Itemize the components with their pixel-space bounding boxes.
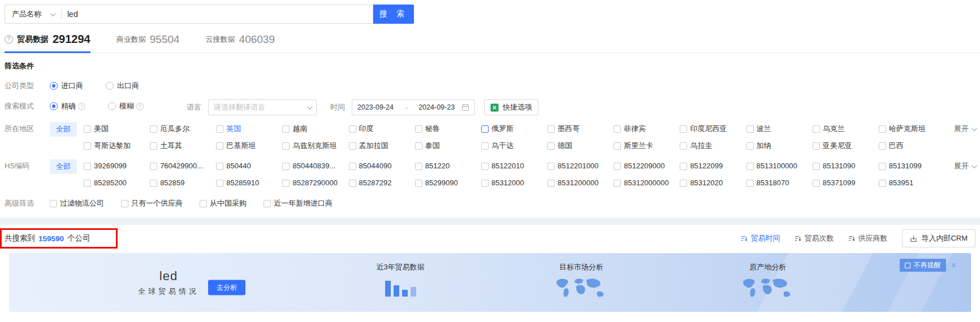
hs-code-item[interactable]: 851220 xyxy=(415,159,481,173)
checkbox[interactable] xyxy=(84,180,91,187)
dont-remind-toggle[interactable]: 不再提醒 xyxy=(900,259,946,272)
checkbox[interactable] xyxy=(150,142,157,150)
hs-code-item[interactable]: 85287292 xyxy=(349,176,415,190)
search-input[interactable] xyxy=(62,10,373,19)
hs-code-item[interactable]: 760429900... xyxy=(150,159,216,173)
hs-code-item[interactable]: 85122010 xyxy=(481,159,547,173)
hs-code-item[interactable]: 85131099 xyxy=(879,159,945,173)
info-circle-icon[interactable]: ? xyxy=(78,103,85,110)
region-all-badge[interactable]: 全部 xyxy=(50,122,77,137)
search-button[interactable]: 搜 索 xyxy=(373,5,414,24)
checkbox[interactable] xyxy=(680,163,687,170)
checkbox[interactable] xyxy=(905,263,910,268)
advanced-item-filter-logistics[interactable]: 过滤物流公司 xyxy=(50,197,104,210)
radio-importer[interactable]: 进口商 xyxy=(50,79,83,93)
checkbox[interactable] xyxy=(349,180,356,187)
hs-code-item[interactable]: 8513100000 xyxy=(746,159,813,173)
date-start[interactable]: 2023-09-24 xyxy=(357,103,394,111)
hs-code-item[interactable]: 39269099 xyxy=(84,159,150,173)
tab-business-data[interactable]: 商业数据 95504 xyxy=(116,33,180,53)
hs-code-item[interactable]: 850440839... xyxy=(282,159,348,173)
region-item-ukraine[interactable]: 乌克兰 xyxy=(813,122,879,136)
region-item-russia[interactable]: 俄罗斯 xyxy=(481,122,547,136)
results-count[interactable]: 159590 xyxy=(38,234,64,243)
region-item-kazakhstan[interactable]: 哈萨克斯坦 xyxy=(879,122,945,136)
hs-code-item[interactable]: 85312000000 xyxy=(614,176,680,190)
question-circle-icon[interactable]: ? xyxy=(5,35,13,43)
region-item-indonesia[interactable]: 印度尼西亚 xyxy=(680,122,746,136)
analyze-button[interactable]: 去分析 xyxy=(208,280,245,295)
checkbox[interactable] xyxy=(680,142,687,150)
checkbox[interactable] xyxy=(216,142,223,150)
sort-trade-count[interactable]: 贸易次数 xyxy=(795,233,834,243)
region-item-brazil[interactable]: 巴西 xyxy=(879,139,945,153)
hs-code-item[interactable]: 85287290000 xyxy=(282,176,348,190)
region-item-philippines[interactable]: 菲律宾 xyxy=(614,122,680,136)
advanced-item-single-supplier[interactable]: 只有一个供应商 xyxy=(121,197,183,210)
hs-all-badge[interactable]: 全部 xyxy=(50,159,77,174)
hs-code-item[interactable]: 85299090 xyxy=(415,176,481,190)
date-end[interactable]: 2024-09-23 xyxy=(418,103,455,111)
checkbox[interactable] xyxy=(746,163,754,170)
checkbox[interactable] xyxy=(415,142,422,150)
checkbox[interactable] xyxy=(84,163,91,170)
region-item-us[interactable]: 美国 xyxy=(84,122,150,136)
checkbox[interactable] xyxy=(614,163,621,170)
checkbox[interactable] xyxy=(349,125,356,133)
banner-card-target-market[interactable]: 目标市场分析 xyxy=(536,262,627,303)
checkbox[interactable] xyxy=(680,180,687,187)
tab-cloud-search-data[interactable]: 云搜数据 406039 xyxy=(206,33,275,53)
checkbox[interactable] xyxy=(415,125,422,133)
checkbox[interactable] xyxy=(813,180,820,187)
checkbox[interactable] xyxy=(481,163,489,170)
advanced-item-new-importers[interactable]: 近一年新增进口商 xyxy=(264,197,333,210)
hs-code-item[interactable]: 850440 xyxy=(216,159,282,173)
region-item-poland[interactable]: 波兰 xyxy=(746,122,813,136)
search-category-select[interactable]: 产品名称 xyxy=(5,9,61,19)
hs-expand-link[interactable]: 展开 xyxy=(945,159,975,173)
radio-icon[interactable] xyxy=(108,102,116,110)
region-item-germany[interactable]: 德国 xyxy=(547,139,614,153)
checkbox[interactable] xyxy=(84,142,91,150)
checkbox[interactable] xyxy=(150,125,157,133)
sort-trade-time[interactable]: 贸易时间 xyxy=(741,233,780,243)
banner-card-trade-3yr[interactable]: 近3年贸易数据 xyxy=(355,262,446,297)
quick-options-button[interactable]: 快捷选项 xyxy=(484,99,538,115)
checkbox[interactable] xyxy=(121,200,128,207)
checkbox[interactable] xyxy=(481,125,489,133)
checkbox[interactable] xyxy=(50,200,57,207)
radio-icon[interactable] xyxy=(50,102,58,110)
close-icon[interactable]: × xyxy=(951,261,956,270)
region-item-uzbekistan[interactable]: 乌兹别克斯坦 xyxy=(282,139,348,153)
checkbox[interactable] xyxy=(879,163,886,170)
checkbox[interactable] xyxy=(200,200,207,207)
checkbox[interactable] xyxy=(150,180,157,187)
checkbox[interactable] xyxy=(216,180,223,187)
date-range-picker[interactable]: 2023-09-24 → 2024-09-23 xyxy=(352,99,475,115)
hs-code-item[interactable]: 85318070 xyxy=(746,176,813,190)
region-item-uganda[interactable]: 乌干达 xyxy=(481,139,547,153)
region-item-sri-lanka[interactable]: 斯里兰卡 xyxy=(614,139,680,153)
hs-code-item[interactable]: 8512201000 xyxy=(547,159,614,173)
hs-code-item[interactable]: 85122099 xyxy=(680,159,746,173)
region-item-peru[interactable]: 秘鲁 xyxy=(415,122,481,136)
hs-code-item[interactable]: 852859 xyxy=(150,176,216,190)
checkbox[interactable] xyxy=(614,125,621,133)
checkbox[interactable] xyxy=(746,180,754,187)
checkbox[interactable] xyxy=(547,125,555,133)
radio-fuzzy[interactable]: 模糊 ? xyxy=(108,99,144,113)
hs-code-item[interactable]: 85131090 xyxy=(813,159,879,173)
checkbox[interactable] xyxy=(282,142,290,150)
checkbox[interactable] xyxy=(547,180,555,187)
checkbox[interactable] xyxy=(150,163,157,170)
checkbox[interactable] xyxy=(879,125,886,133)
checkbox[interactable] xyxy=(879,142,886,150)
checkbox[interactable] xyxy=(282,163,290,170)
info-circle-icon[interactable]: ? xyxy=(136,103,144,110)
advanced-item-buy-from-china[interactable]: 从中国采购 xyxy=(200,197,247,210)
hs-code-item[interactable]: 8512209000 xyxy=(614,159,680,173)
region-item-mexico[interactable]: 墨西哥 xyxy=(547,122,614,136)
checkbox[interactable] xyxy=(813,125,820,133)
hs-code-item[interactable]: 85044090 xyxy=(349,159,415,173)
checkbox[interactable] xyxy=(481,180,489,187)
